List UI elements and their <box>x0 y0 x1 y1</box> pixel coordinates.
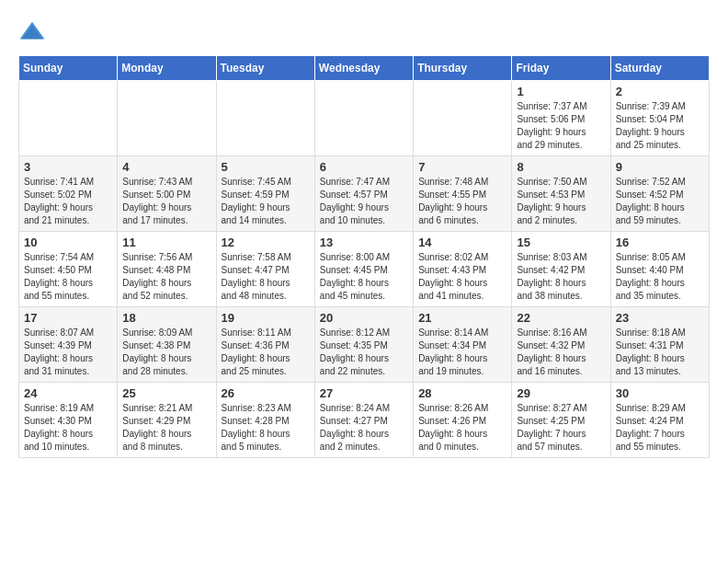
calendar-cell: 1Sunrise: 7:37 AM Sunset: 5:06 PM Daylig… <box>512 81 610 156</box>
day-number: 26 <box>222 386 310 400</box>
day-info: Sunrise: 8:07 AM Sunset: 4:39 PM Dayligh… <box>24 327 112 378</box>
calendar-cell: 20Sunrise: 8:12 AM Sunset: 4:35 PM Dayli… <box>314 307 413 383</box>
calendar-cell: 28Sunrise: 8:26 AM Sunset: 4:26 PM Dayli… <box>414 383 512 458</box>
day-number: 5 <box>222 160 310 174</box>
day-info: Sunrise: 8:26 AM Sunset: 4:26 PM Dayligh… <box>418 402 506 454</box>
calendar-cell: 4Sunrise: 7:43 AM Sunset: 5:00 PM Daylig… <box>118 156 216 232</box>
calendar-cell: 8Sunrise: 7:50 AM Sunset: 4:53 PM Daylig… <box>512 156 610 232</box>
day-number: 22 <box>517 311 605 325</box>
day-number: 30 <box>616 386 704 400</box>
day-info: Sunrise: 8:19 AM Sunset: 4:30 PM Dayligh… <box>24 402 112 454</box>
day-number: 13 <box>320 236 408 249</box>
day-info: Sunrise: 8:29 AM Sunset: 4:24 PM Dayligh… <box>616 402 704 454</box>
day-number: 23 <box>616 311 704 325</box>
calendar-week-row: 24Sunrise: 8:19 AM Sunset: 4:30 PM Dayli… <box>19 383 710 458</box>
calendar-cell: 13Sunrise: 8:00 AM Sunset: 4:45 PM Dayli… <box>314 232 413 307</box>
weekday-header: Monday <box>118 56 216 81</box>
day-info: Sunrise: 8:16 AM Sunset: 4:32 PM Dayligh… <box>517 327 605 378</box>
calendar-cell: 26Sunrise: 8:23 AM Sunset: 4:28 PM Dayli… <box>216 383 314 458</box>
day-info: Sunrise: 7:56 AM Sunset: 4:48 PM Dayligh… <box>122 251 210 303</box>
calendar-cell: 15Sunrise: 8:03 AM Sunset: 4:42 PM Dayli… <box>512 232 610 307</box>
day-number: 7 <box>418 160 506 174</box>
calendar-cell: 16Sunrise: 8:05 AM Sunset: 4:40 PM Dayli… <box>610 232 709 307</box>
day-number: 3 <box>24 160 112 174</box>
day-number: 9 <box>616 160 704 174</box>
calendar-cell: 7Sunrise: 7:48 AM Sunset: 4:55 PM Daylig… <box>414 156 512 232</box>
logo-icon <box>18 18 46 46</box>
day-number: 16 <box>616 236 704 249</box>
day-info: Sunrise: 7:39 AM Sunset: 5:04 PM Dayligh… <box>616 100 704 152</box>
day-info: Sunrise: 8:14 AM Sunset: 4:34 PM Dayligh… <box>418 327 506 378</box>
calendar-cell: 30Sunrise: 8:29 AM Sunset: 4:24 PM Dayli… <box>610 383 709 458</box>
page-header <box>18 18 710 46</box>
day-info: Sunrise: 7:47 AM Sunset: 4:57 PM Dayligh… <box>320 176 408 227</box>
calendar-cell: 10Sunrise: 7:54 AM Sunset: 4:50 PM Dayli… <box>19 232 118 307</box>
day-info: Sunrise: 7:41 AM Sunset: 5:02 PM Dayligh… <box>24 176 112 227</box>
weekday-header: Sunday <box>19 56 118 81</box>
calendar-table: SundayMondayTuesdayWednesdayThursdayFrid… <box>18 55 710 458</box>
calendar-cell: 25Sunrise: 8:21 AM Sunset: 4:29 PM Dayli… <box>118 383 216 458</box>
calendar-cell: 5Sunrise: 7:45 AM Sunset: 4:59 PM Daylig… <box>216 156 314 232</box>
day-info: Sunrise: 8:03 AM Sunset: 4:42 PM Dayligh… <box>517 251 605 303</box>
day-info: Sunrise: 8:11 AM Sunset: 4:36 PM Dayligh… <box>222 327 310 378</box>
calendar-cell: 27Sunrise: 8:24 AM Sunset: 4:27 PM Dayli… <box>314 383 413 458</box>
day-number: 17 <box>24 311 112 325</box>
day-number: 25 <box>122 386 210 400</box>
day-info: Sunrise: 8:18 AM Sunset: 4:31 PM Dayligh… <box>616 327 704 378</box>
calendar-cell: 12Sunrise: 7:58 AM Sunset: 4:47 PM Dayli… <box>216 232 314 307</box>
day-number: 8 <box>517 160 605 174</box>
weekday-header: Tuesday <box>216 56 314 81</box>
calendar-cell <box>414 81 512 156</box>
calendar-cell: 11Sunrise: 7:56 AM Sunset: 4:48 PM Dayli… <box>118 232 216 307</box>
day-number: 19 <box>222 311 310 325</box>
day-info: Sunrise: 7:54 AM Sunset: 4:50 PM Dayligh… <box>24 251 112 303</box>
day-number: 4 <box>122 160 210 174</box>
calendar-cell: 9Sunrise: 7:52 AM Sunset: 4:52 PM Daylig… <box>610 156 709 232</box>
calendar-cell <box>118 81 216 156</box>
calendar-week-row: 1Sunrise: 7:37 AM Sunset: 5:06 PM Daylig… <box>19 81 710 156</box>
day-number: 24 <box>24 386 112 400</box>
day-info: Sunrise: 7:48 AM Sunset: 4:55 PM Dayligh… <box>418 176 506 227</box>
calendar-cell: 23Sunrise: 8:18 AM Sunset: 4:31 PM Dayli… <box>610 307 709 383</box>
day-number: 21 <box>418 311 506 325</box>
day-number: 12 <box>222 236 310 249</box>
calendar-cell: 18Sunrise: 8:09 AM Sunset: 4:38 PM Dayli… <box>118 307 216 383</box>
calendar-cell: 6Sunrise: 7:47 AM Sunset: 4:57 PM Daylig… <box>314 156 413 232</box>
day-number: 27 <box>320 386 408 400</box>
calendar-cell <box>216 81 314 156</box>
day-number: 18 <box>122 311 210 325</box>
day-info: Sunrise: 7:52 AM Sunset: 4:52 PM Dayligh… <box>616 176 704 227</box>
day-number: 29 <box>517 386 605 400</box>
day-info: Sunrise: 8:05 AM Sunset: 4:40 PM Dayligh… <box>616 251 704 303</box>
calendar-cell: 29Sunrise: 8:27 AM Sunset: 4:25 PM Dayli… <box>512 383 610 458</box>
day-info: Sunrise: 8:27 AM Sunset: 4:25 PM Dayligh… <box>517 402 605 454</box>
day-info: Sunrise: 8:09 AM Sunset: 4:38 PM Dayligh… <box>122 327 210 378</box>
day-info: Sunrise: 7:37 AM Sunset: 5:06 PM Dayligh… <box>517 100 605 152</box>
day-number: 11 <box>122 236 210 249</box>
day-number: 20 <box>320 311 408 325</box>
day-number: 14 <box>418 236 506 249</box>
day-number: 10 <box>24 236 112 249</box>
day-number: 2 <box>616 85 704 98</box>
calendar-week-row: 17Sunrise: 8:07 AM Sunset: 4:39 PM Dayli… <box>19 307 710 383</box>
day-info: Sunrise: 8:21 AM Sunset: 4:29 PM Dayligh… <box>122 402 210 454</box>
calendar-cell: 19Sunrise: 8:11 AM Sunset: 4:36 PM Dayli… <box>216 307 314 383</box>
calendar-cell <box>19 81 118 156</box>
day-info: Sunrise: 8:23 AM Sunset: 4:28 PM Dayligh… <box>222 402 310 454</box>
weekday-header: Saturday <box>610 56 709 81</box>
calendar-cell: 17Sunrise: 8:07 AM Sunset: 4:39 PM Dayli… <box>19 307 118 383</box>
calendar-cell: 14Sunrise: 8:02 AM Sunset: 4:43 PM Dayli… <box>414 232 512 307</box>
day-info: Sunrise: 7:58 AM Sunset: 4:47 PM Dayligh… <box>222 251 310 303</box>
calendar-cell: 2Sunrise: 7:39 AM Sunset: 5:04 PM Daylig… <box>610 81 709 156</box>
weekday-header: Wednesday <box>314 56 413 81</box>
day-info: Sunrise: 8:12 AM Sunset: 4:35 PM Dayligh… <box>320 327 408 378</box>
calendar-cell: 24Sunrise: 8:19 AM Sunset: 4:30 PM Dayli… <box>19 383 118 458</box>
day-info: Sunrise: 8:00 AM Sunset: 4:45 PM Dayligh… <box>320 251 408 303</box>
calendar-week-row: 10Sunrise: 7:54 AM Sunset: 4:50 PM Dayli… <box>19 232 710 307</box>
day-number: 1 <box>517 85 605 98</box>
day-info: Sunrise: 7:50 AM Sunset: 4:53 PM Dayligh… <box>517 176 605 227</box>
calendar-cell <box>314 81 413 156</box>
calendar-week-row: 3Sunrise: 7:41 AM Sunset: 5:02 PM Daylig… <box>19 156 710 232</box>
weekday-header: Friday <box>512 56 610 81</box>
calendar-cell: 22Sunrise: 8:16 AM Sunset: 4:32 PM Dayli… <box>512 307 610 383</box>
